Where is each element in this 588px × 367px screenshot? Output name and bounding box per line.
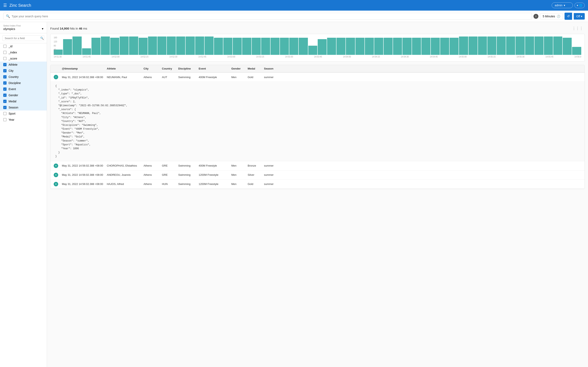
timestamp-cell: May 31, 2022 14:56:02.388 +08:00: [60, 171, 105, 178]
chart-bar: [535, 36, 544, 55]
field-checkbox: ✓: [3, 63, 7, 66]
table-row-inner: +May 31, 2022 14:56:02.388 +08:00ANDREOU…: [51, 170, 585, 179]
table-column-header: Discipline: [177, 65, 197, 72]
field-item-country[interactable]: ✓ Country: [0, 74, 47, 80]
ms-count: 46: [79, 27, 82, 30]
results-header: Found 14,900 hits in 46 ms ⋮⋮⋮: [50, 25, 585, 31]
season-cell: summer: [262, 171, 281, 178]
field-label: _index: [9, 51, 17, 54]
clock-icon: 🕐: [557, 15, 560, 18]
chart-x-labels: 14:51:3014:51:4514:52:0014:52:1514:52:30…: [54, 56, 581, 58]
more-options-icon[interactable]: ⋮⋮⋮: [571, 25, 585, 31]
x-label: 14:52:30: [169, 56, 177, 58]
refresh-button[interactable]: ↺: [564, 13, 572, 20]
field-label: Season: [9, 106, 18, 109]
expand-btn[interactable]: +: [54, 173, 58, 177]
country-cell: GRE: [160, 171, 177, 178]
off-button[interactable]: Off ▾: [574, 13, 585, 20]
field-item-sport[interactable]: Sport: [0, 110, 47, 117]
field-checkbox: ✓: [3, 75, 7, 78]
gender-cell: Men: [230, 74, 246, 81]
table-row: +May 31, 2022 14:56:02.388 +08:00ANDREOU…: [51, 170, 585, 180]
table-column-header: Country: [160, 65, 177, 72]
field-item-gender[interactable]: ✓ Gender: [0, 92, 47, 98]
y-label: 80: [54, 45, 60, 47]
discipline-cell: Swimming: [177, 171, 197, 178]
language-button[interactable]: ▾ 🌐: [575, 3, 585, 8]
field-checkbox: ✓: [3, 69, 7, 72]
field-checkbox: ✓: [3, 87, 7, 91]
time-selector[interactable]: 5 Minutes 🕐: [540, 13, 563, 19]
chart-container: 16012080400 14:51:3014:51:4514:52:0014:5…: [50, 34, 585, 62]
chart-bar: [572, 47, 581, 55]
field-item-_id[interactable]: _id: [0, 43, 47, 49]
table-column-header: Athlete: [105, 65, 142, 72]
chart-bar: [431, 38, 440, 55]
expand-btn[interactable]: +: [54, 182, 58, 186]
field-checkbox: [3, 112, 7, 115]
field-item-_score[interactable]: _score: [0, 55, 47, 62]
expand-btn[interactable]: −: [54, 75, 58, 79]
x-label: 14:53:15: [256, 56, 264, 58]
chart-bar: [63, 39, 72, 55]
field-search-inner: 🔍: [2, 35, 44, 41]
field-item-_index[interactable]: _index: [0, 49, 47, 55]
expand-button[interactable]: +: [52, 161, 60, 170]
x-label: 14:52:15: [140, 56, 148, 58]
expand-button[interactable]: −: [52, 73, 60, 81]
chart-bar: [242, 38, 251, 55]
field-item-event[interactable]: ✓ Event: [0, 86, 47, 92]
chart-bar: [308, 46, 317, 55]
chart-bar: [289, 38, 298, 55]
admin-button[interactable]: admin ▾ 👤: [552, 2, 573, 8]
menu-icon[interactable]: ☰: [3, 3, 7, 8]
chart-bar: [516, 36, 525, 55]
index-selector[interactable]: Select Index First olympics ▾: [0, 22, 47, 33]
field-label: Event: [9, 87, 16, 91]
field-item-discipline[interactable]: ✓ Discipline: [0, 80, 47, 86]
x-label: 14:51:45: [83, 56, 91, 58]
field-item-city[interactable]: ✓ City: [0, 68, 47, 74]
city-cell: Athens: [142, 162, 160, 169]
chart-bar: [421, 38, 430, 55]
header: ☰ Zinc Search admin ▾ 👤 ▾ 🌐: [0, 0, 588, 11]
chart-bar: [478, 36, 487, 55]
field-item-year[interactable]: Year: [0, 117, 47, 123]
chart-area: 16012080400 14:51:3014:51:4514:52:0014:5…: [54, 36, 581, 59]
people-icon: 👤: [566, 4, 570, 7]
chart-bar: [157, 36, 166, 55]
y-label: 40: [54, 49, 60, 51]
chart-bar: [91, 38, 100, 55]
country-cell: HUN: [160, 180, 177, 188]
y-label: 120: [54, 41, 60, 43]
chart-bar: [148, 36, 157, 55]
chart-bar: [412, 38, 421, 55]
chart-bar: [563, 38, 572, 55]
expand-button[interactable]: +: [52, 180, 60, 188]
chart-bar: [318, 39, 327, 55]
field-search: 🔍: [0, 33, 47, 43]
expand-button[interactable]: +: [52, 171, 60, 179]
field-search-input[interactable]: [5, 37, 39, 40]
chart-bar: [299, 38, 308, 55]
field-item-athlete[interactable]: ✓ Athlete: [0, 62, 47, 68]
field-item-medal[interactable]: ✓ Medal: [0, 98, 47, 104]
field-item-season[interactable]: ✓ Season: [0, 104, 47, 110]
info-icon[interactable]: i: [534, 14, 538, 19]
chart-bar: [365, 38, 374, 55]
chart-bar: [506, 36, 515, 55]
table-column-header: @timestamp: [60, 65, 105, 72]
off-label: Off: [576, 15, 580, 18]
x-label: 14:55:00: [459, 56, 467, 58]
expand-btn[interactable]: +: [54, 164, 58, 168]
athlete-cell: ANDREOU, Joannis: [105, 171, 142, 178]
chart-bars: [54, 36, 581, 55]
chart-bar: [355, 38, 364, 55]
search-input[interactable]: [12, 15, 529, 18]
field-checkbox: ✓: [3, 81, 7, 85]
main-layout: Select Index First olympics ▾ 🔍 _id _ind…: [0, 22, 588, 367]
chart-bar: [205, 36, 214, 55]
x-label: 14:56:0: [574, 56, 581, 58]
chart-bar: [223, 38, 232, 55]
field-checkbox: [3, 45, 7, 48]
